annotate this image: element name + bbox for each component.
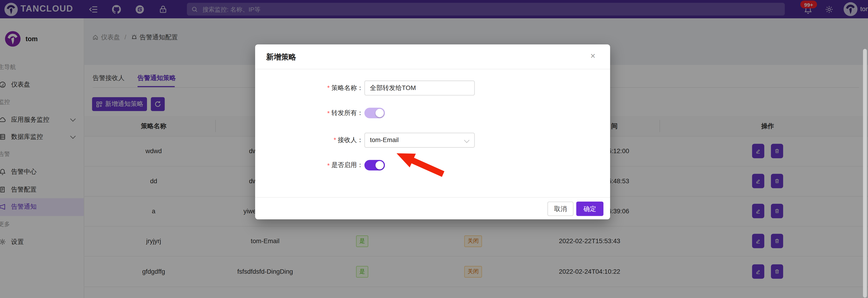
required-mark: * [327,84,330,91]
app-viewport: TANCLOUD 99+ tom [0,0,868,298]
receiver-label: 接收人： [338,136,363,144]
cancel-button[interactable]: 取消 [548,201,574,216]
vertical-scrollbar[interactable] [863,49,867,298]
form-row-enable: * 是否启用： [255,160,610,170]
policy-name-input[interactable] [365,80,475,95]
field-label: * 转发所有： [255,108,363,118]
close-icon[interactable]: ✕ [587,52,599,60]
form-row-receiver: * 接收人： tom-Email [255,132,610,147]
policy-name-label: 策略名称： [331,83,363,92]
toggle-knob [375,161,384,169]
forward-all-toggle[interactable] [365,108,385,118]
form-row-forward-all: * 转发所有： [255,108,610,118]
ok-button[interactable]: 确定 [576,201,603,216]
add-policy-modal: 新增策略 ✕ * 策略名称： * 转发所有： * 接收人： [255,45,610,219]
modal-title: 新增策略 [266,52,296,62]
field-label: * 策略名称： [255,80,363,96]
modal-footer: 取消 确定 [255,197,610,220]
forward-all-label: 转发所有： [331,109,363,117]
chevron-down-icon [464,137,470,143]
required-mark: * [327,110,330,116]
enable-toggle[interactable] [365,160,385,170]
toggle-knob [375,109,384,117]
modal-header-divider [255,69,610,70]
field-label: * 接收人： [255,132,363,147]
receiver-select-value: tom-Email [370,136,399,143]
enable-label: 是否启用： [331,161,363,169]
receiver-select[interactable]: tom-Email [365,132,475,147]
required-mark: * [327,162,330,169]
form-row-policy-name: * 策略名称： [255,80,610,96]
required-mark: * [334,136,336,143]
field-label: * 是否启用： [255,160,363,170]
